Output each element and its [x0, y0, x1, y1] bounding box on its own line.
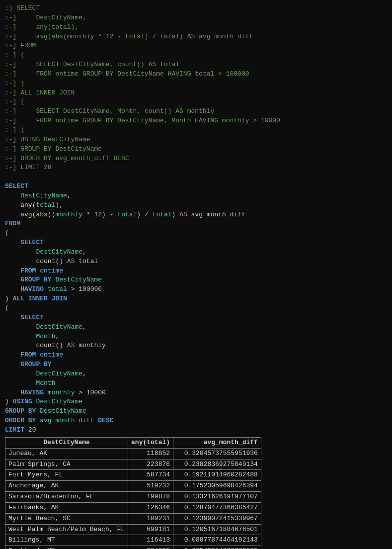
- table-row: Palm Springs, CA2238760.2382836927584913…: [5, 459, 261, 470]
- sql-formatted: SELECT DestCityName, any(total), avg(abs…: [5, 173, 387, 435]
- col-header-total: any(total): [128, 437, 173, 448]
- result-table: DestCityName any(total) avg_month_diff J…: [5, 437, 261, 549]
- table-row: Billings, MT1164130.08877874464192143: [5, 535, 261, 546]
- table-row: Myrtle Beach, SC1092310.1239007241533996…: [5, 513, 261, 524]
- col-header-diff: avg_month_diff: [173, 437, 261, 448]
- col-header-city: DestCityName: [5, 437, 128, 448]
- table-row: Juneau, AK1188520.32045737555951936: [5, 448, 261, 459]
- table-row: West Palm Beach/Palm Beach, FL6991810.12…: [5, 524, 261, 535]
- terminal-container: :) SELECT :-] DestCityName, :-] any(tota…: [5, 4, 387, 549]
- table-row: Fairbanks, AK1263460.12870477366385427: [5, 502, 261, 513]
- table-row: Sarasota/Bradenton, FL1998780.1332162619…: [5, 492, 261, 503]
- table-row: Anchorage, AK5192320.17523059698426394: [5, 481, 261, 492]
- table-row: Fort Myers, FL5877340.19211014960282488: [5, 470, 261, 481]
- table-row: Portland, ME2040550.08542304770772585: [5, 546, 261, 549]
- comment-block: :) SELECT :-] DestCityName, :-] any(tota…: [5, 4, 387, 173]
